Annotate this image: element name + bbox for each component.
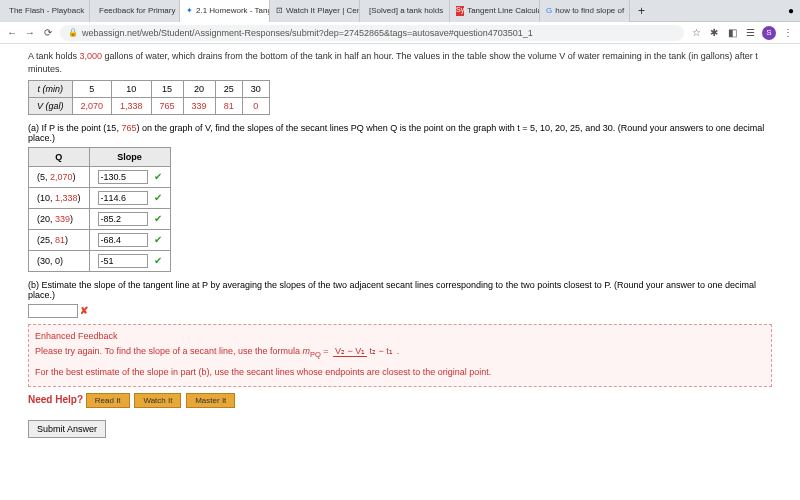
submit-answer-button[interactable]: Submit Answer	[28, 420, 106, 438]
feedback-title: Enhanced Feedback	[35, 331, 765, 341]
star-icon[interactable]: ☆	[690, 27, 702, 39]
feedback-line2: For the best estimate of the slope in pa…	[35, 366, 765, 380]
table-row: (25, 81)✔	[29, 230, 171, 251]
tab-strip: The Flash - Playback× Feedback for Prima…	[0, 0, 800, 22]
extension2-icon[interactable]: ◧	[726, 27, 738, 39]
part-b-label: (b) Estimate the slope of the tangent li…	[28, 280, 772, 300]
menu-icon[interactable]: ⋮	[782, 27, 794, 39]
problem-intro: A tank holds 3,000 gallons of water, whi…	[28, 50, 772, 75]
tab-1[interactable]: Feedback for Primary×	[90, 0, 180, 22]
table-row: (30, 0)✔	[29, 251, 171, 272]
webassign-icon: ✦	[186, 6, 193, 16]
google-icon: G	[546, 6, 552, 16]
slope-input-1[interactable]	[98, 191, 148, 205]
minimize-icon[interactable]: ●	[782, 5, 800, 16]
slope-table: QSlope (5, 2,070)✔ (10, 1,338)✔ (20, 339…	[28, 147, 171, 272]
slope-input-3[interactable]	[98, 233, 148, 247]
slope-input-2[interactable]	[98, 212, 148, 226]
tab-5[interactable]: SyTangent Line Calcula×	[450, 0, 540, 22]
reading-icon[interactable]: ☰	[744, 27, 756, 39]
table-row: (5, 2,070)✔	[29, 167, 171, 188]
read-it-button[interactable]: Read It	[86, 393, 130, 408]
part-b-input[interactable]	[28, 304, 78, 318]
lock-icon: 🔒	[68, 28, 78, 37]
player-icon: ⊡	[276, 6, 283, 16]
table-row: (20, 339)✔	[29, 209, 171, 230]
address-bar: ← → ⟳ 🔒webassign.net/web/Student/Assignm…	[0, 22, 800, 44]
need-help-row: Need Help? Read It Watch It Master It	[28, 393, 772, 408]
extension-icon[interactable]: ✱	[708, 27, 720, 39]
check-icon: ✔	[154, 255, 162, 266]
url-input[interactable]: 🔒webassign.net/web/Student/Assignment-Re…	[60, 25, 684, 41]
symbolab-icon: Sy	[456, 6, 464, 16]
check-icon: ✔	[154, 171, 162, 182]
feedback-line1: Please try again. To find the slope of a…	[35, 345, 765, 360]
data-table: t (min)51015202530 V (gal)2,0701,3387653…	[28, 80, 270, 115]
slope-input-4[interactable]	[98, 254, 148, 268]
master-it-button[interactable]: Master It	[186, 393, 235, 408]
forward-icon[interactable]: →	[24, 27, 36, 39]
tab-2[interactable]: ✦2.1 Homework - Tang×	[180, 0, 270, 22]
feedback-box: Enhanced Feedback Please try again. To f…	[28, 324, 772, 387]
avatar[interactable]: S	[762, 26, 776, 40]
back-icon[interactable]: ←	[6, 27, 18, 39]
tab-6[interactable]: Ghow to find slope of×	[540, 0, 630, 22]
page-content: A tank holds 3,000 gallons of water, whi…	[0, 44, 800, 500]
watch-it-button[interactable]: Watch It	[134, 393, 181, 408]
reload-icon[interactable]: ⟳	[42, 27, 54, 39]
slope-input-0[interactable]	[98, 170, 148, 184]
tab-3[interactable]: ⊡Watch It Player | Cen×	[270, 0, 360, 22]
check-icon: ✔	[154, 234, 162, 245]
tab-4[interactable]: [Solved] a tank holds×	[360, 0, 450, 22]
part-a-label: (a) If P is the point (15, 765) on the g…	[28, 123, 772, 143]
check-icon: ✔	[154, 192, 162, 203]
check-icon: ✔	[154, 213, 162, 224]
table-row: (10, 1,338)✔	[29, 188, 171, 209]
tab-0[interactable]: The Flash - Playback×	[0, 0, 90, 22]
cross-icon: ✘	[80, 305, 88, 316]
new-tab-button[interactable]: +	[630, 4, 653, 18]
